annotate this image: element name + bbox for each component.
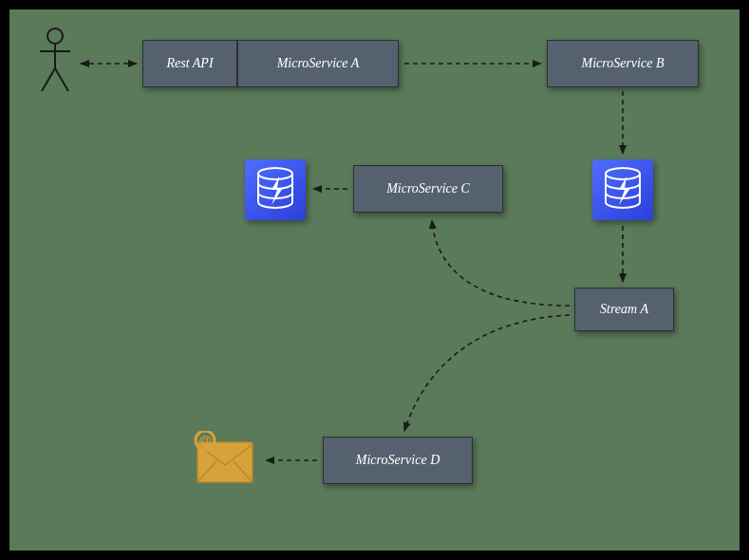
- svg-point-5: [258, 168, 292, 179]
- node-micro-service-a: MicroService A: [237, 40, 399, 87]
- database-bolt-icon: [245, 159, 306, 220]
- compound-rest-service-a: Rest API MicroService A: [142, 40, 399, 87]
- node-stream-a: Stream A: [574, 288, 674, 331]
- svg-point-6: [606, 168, 640, 179]
- node-label: MicroService D: [356, 453, 440, 468]
- node-rest-api: Rest API: [142, 40, 237, 87]
- svg-text:@: @: [198, 433, 212, 448]
- database-bolt-icon: [592, 159, 653, 220]
- node-micro-service-d: MicroService D: [323, 437, 473, 484]
- node-label: Stream A: [600, 302, 648, 317]
- node-micro-service-b: MicroService B: [547, 40, 699, 87]
- node-label: MicroService B: [582, 56, 665, 71]
- node-micro-service-c: MicroService C: [353, 165, 503, 213]
- node-label: Rest API: [166, 56, 213, 71]
- svg-point-0: [47, 28, 63, 44]
- node-label: MicroService A: [277, 56, 360, 71]
- email-at-icon: @: [192, 431, 258, 484]
- svg-line-3: [42, 68, 55, 91]
- actor-icon: [36, 27, 74, 99]
- svg-rect-7: [197, 442, 253, 482]
- node-label: MicroService C: [386, 181, 470, 196]
- svg-line-4: [55, 68, 68, 91]
- diagram-canvas: Rest API MicroService A MicroService B M…: [0, 0, 749, 560]
